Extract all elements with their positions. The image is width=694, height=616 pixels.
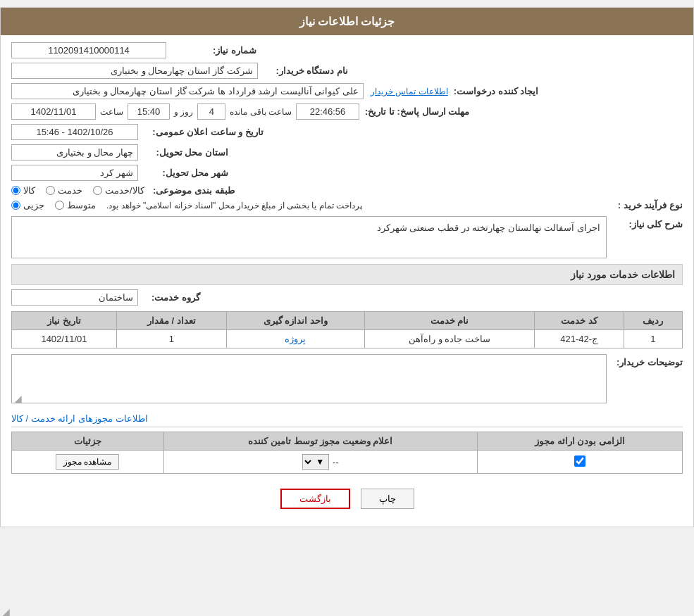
- day-label: روز و: [174, 107, 193, 117]
- requester-row: ایجاد کننده درخواست: اطلاعات تماس خریدار…: [11, 83, 683, 99]
- permits-status-cell: -- ▼: [163, 451, 478, 474]
- need-description-box: اجرای آسفالت نهالستان چهارتخته در قطب صن…: [11, 216, 607, 258]
- motevaset-label: متوسط: [67, 200, 96, 210]
- permits-table-header: الزامی بودن ارائه مجوز اعلام وضعیت مجوز …: [12, 432, 683, 451]
- col-quantity: تعداد / مقدار: [116, 312, 226, 330]
- need-description-row: شرح کلی نیاز: اجرای آسفالت نهالستان چهار…: [11, 216, 683, 258]
- view-permit-button[interactable]: مشاهده مجوز: [56, 454, 119, 470]
- row-num-cell: 1: [624, 330, 682, 348]
- permits-header-row: الزامی بودن ارائه مجوز اعلام وضعیت مجوز …: [12, 432, 683, 451]
- unit-cell: پروژه: [226, 330, 364, 348]
- col-service-code: کد خدمت: [534, 312, 624, 330]
- permits-col-details: جزئیات: [12, 432, 164, 451]
- permits-details-cell: مشاهده مجوز: [12, 451, 164, 474]
- purchase-type-label: نوع فرآیند خرید :: [598, 200, 683, 210]
- quantity-cell: 1: [116, 330, 226, 348]
- page-container: جزئیات اطلاعات نیاز شماره نیاز: 11020914…: [0, 7, 694, 527]
- category-kala-khadamat-radio[interactable]: [93, 186, 102, 195]
- services-section-header: اطلاعات خدمات مورد نیاز: [11, 264, 683, 285]
- buyer-notes-box: ◢: [11, 354, 607, 403]
- permits-table: الزامی بودن ارائه مجوز اعلام وضعیت مجوز …: [11, 432, 683, 474]
- category-kala-option[interactable]: کالا: [11, 185, 35, 196]
- response-deadline-row: مهلت ارسال پاسخ: تا تاریخ: 22:46:56 ساعت…: [11, 103, 683, 120]
- need-number-label: شماره نیاز:: [172, 45, 256, 56]
- response-days: 4: [197, 103, 225, 120]
- delivery-city-label: شهر محل تحویل:: [144, 168, 228, 178]
- permits-col-required: الزامی بودن ارائه مجوز: [478, 432, 683, 451]
- col-date: تاریخ نیاز: [12, 312, 117, 330]
- content-area: شماره نیاز: 1102091410000114 نام دستگاه …: [1, 35, 693, 527]
- response-time: 15:40: [128, 103, 170, 120]
- services-section-title: اطلاعات خدمات مورد نیاز: [571, 269, 675, 280]
- category-kala-radio[interactable]: [11, 186, 20, 195]
- requester-value: علی کیوانی آنالیست ارشد قرارداد ها شرکت …: [73, 86, 359, 96]
- purchase-motevaset-radio[interactable]: [55, 201, 64, 210]
- buyer-org-row: نام دستگاه خریدار: شرکت گاز استان چهارمح…: [11, 63, 683, 79]
- requester-link[interactable]: اطلاعات تماس خریدار: [371, 87, 448, 96]
- buyer-notes-resize[interactable]: ◢: [13, 393, 22, 401]
- table-row: 1 ج-42-421 ساخت جاده و راه‌آهن پروژه 1 1…: [12, 330, 683, 348]
- khadamat-label: خدمت: [58, 185, 82, 196]
- remaining-label: ساعت باقی مانده: [230, 107, 292, 117]
- response-deadline-label: مهلت ارسال پاسخ: تا تاریخ:: [365, 106, 469, 117]
- permits-table-body: -- ▼ مشاهده مجوز: [12, 451, 683, 474]
- response-date: 1402/11/01: [11, 103, 96, 120]
- permits-table-row: -- ▼ مشاهده مجوز: [12, 451, 683, 474]
- need-number-row: شماره نیاز: 1102091410000114: [11, 42, 683, 58]
- announce-date-row: تاریخ و ساعت اعلان عمومی: 1402/10/26 - 1…: [11, 124, 683, 140]
- purchase-notice-text: پرداخت تمام یا بخشی از مبلغ خریدار محل "…: [106, 201, 362, 210]
- permits-status-select[interactable]: ▼: [302, 454, 329, 470]
- date-cell: 1402/11/01: [12, 330, 117, 348]
- permits-title-text: اطلاعات مجوزهای ارائه خدمت / کالا: [11, 413, 148, 424]
- category-khadamat-option[interactable]: خدمت: [46, 185, 82, 196]
- buyer-org-label: نام دستگاه خریدار:: [264, 65, 348, 76]
- services-table: ردیف کد خدمت نام خدمت واحد اندازه گیری ت…: [11, 311, 683, 348]
- page-title-text: جزئیات اطلاعات نیاز: [299, 15, 395, 27]
- time-label: ساعت: [100, 107, 123, 117]
- col-service-name: نام خدمت: [364, 312, 534, 330]
- delivery-province-row: استان محل تحویل: چهار محال و بختیاری: [11, 144, 683, 161]
- remaining-time: 22:46:56: [296, 103, 359, 120]
- buyer-org-value: شرکت گاز استان چهارمحال و بختیاری: [11, 63, 258, 79]
- jozi-label: جزیی: [23, 200, 44, 210]
- col-unit: واحد اندازه گیری: [226, 312, 364, 330]
- requester-label: ایجاد کننده درخواست:: [454, 86, 539, 96]
- back-button[interactable]: بازگشت: [280, 489, 350, 509]
- service-code-cell: ج-42-421: [534, 330, 624, 348]
- announce-datetime-value: 1402/10/26 - 15:46: [11, 124, 138, 140]
- col-row-num: ردیف: [624, 312, 682, 330]
- services-table-body: 1 ج-42-421 ساخت جاده و راه‌آهن پروژه 1 1…: [12, 330, 683, 348]
- services-table-header-row: ردیف کد خدمت نام خدمت واحد اندازه گیری ت…: [12, 312, 683, 330]
- kala-label: کالا: [23, 185, 35, 196]
- services-table-header: ردیف کد خدمت نام خدمت واحد اندازه گیری ت…: [12, 312, 683, 330]
- footer-buttons: چاپ بازگشت: [11, 478, 683, 520]
- service-group-label: گروه خدمت:: [144, 292, 200, 303]
- delivery-city-value: شهر کرد: [11, 165, 138, 181]
- delivery-province-label: استان محل تحویل:: [144, 147, 228, 158]
- permits-required-cell: [478, 451, 683, 474]
- need-number-value: 1102091410000114: [11, 42, 166, 58]
- category-kala-khadamat-option[interactable]: کالا/خدمت: [93, 185, 144, 196]
- purchase-jozi-radio[interactable]: [11, 201, 20, 210]
- purchase-type-radio-group: پرداخت تمام یا بخشی از مبلغ خریدار محل "…: [11, 200, 593, 210]
- need-description-label: شرح کلی نیاز:: [612, 216, 683, 230]
- buyer-notes-section: توضیحات خریدار: ◢: [11, 354, 683, 403]
- category-label: طبقه بندی موضوعی:: [150, 185, 235, 196]
- need-description-value: اجرای آسفالت نهالستان چهارتخته در قطب صن…: [377, 222, 600, 233]
- purchase-motevaset-option[interactable]: متوسط: [55, 200, 96, 210]
- delivery-city-row: شهر محل تحویل: شهر کرد: [11, 165, 683, 181]
- page-title: جزئیات اطلاعات نیاز: [1, 8, 693, 35]
- permits-section-title: اطلاعات مجوزهای ارائه خدمت / کالا: [11, 410, 683, 427]
- service-name-cell: ساخت جاده و راه‌آهن: [364, 330, 534, 348]
- category-khadamat-radio[interactable]: [46, 186, 55, 195]
- purchase-jozi-option[interactable]: جزیی: [11, 200, 44, 210]
- print-button[interactable]: چاپ: [361, 489, 414, 509]
- permits-status-value: --: [333, 457, 339, 467]
- purchase-type-row: نوع فرآیند خرید : پرداخت تمام یا بخشی از…: [11, 200, 683, 210]
- permits-required-checkbox[interactable]: [574, 455, 585, 467]
- permits-col-status: اعلام وضعیت مجوز توسط تامین کننده: [163, 432, 478, 451]
- announce-label: تاریخ و ساعت اعلان عمومی:: [144, 127, 264, 137]
- buyer-notes-label: توضیحات خریدار:: [612, 354, 683, 367]
- service-group-value: ساختمان: [11, 289, 138, 306]
- service-group-row: گروه خدمت: ساختمان: [11, 289, 683, 306]
